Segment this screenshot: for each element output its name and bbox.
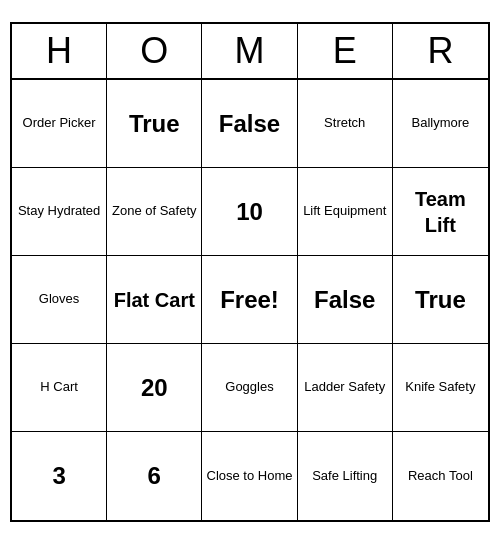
cell-text-10: Gloves [39, 291, 79, 308]
bingo-cell-15[interactable]: H Cart [12, 344, 107, 432]
cell-text-19: Knife Safety [405, 379, 475, 396]
bingo-card: HOMER Order PickerTrueFalseStretchBallym… [10, 22, 490, 522]
bingo-cell-22[interactable]: Close to Home [202, 432, 297, 520]
cell-text-4: Ballymore [411, 115, 469, 132]
cell-text-23: Safe Lifting [312, 468, 377, 485]
cell-text-0: Order Picker [23, 115, 96, 132]
bingo-cell-11[interactable]: Flat Cart [107, 256, 202, 344]
bingo-cell-5[interactable]: Stay Hydrated [12, 168, 107, 256]
cell-text-2: False [219, 108, 280, 139]
cell-text-7: 10 [236, 196, 263, 227]
cell-text-16: 20 [141, 372, 168, 403]
cell-text-14: True [415, 284, 466, 315]
cell-text-3: Stretch [324, 115, 365, 132]
bingo-grid: Order PickerTrueFalseStretchBallymoreSta… [12, 80, 488, 520]
bingo-cell-2[interactable]: False [202, 80, 297, 168]
cell-text-8: Lift Equipment [303, 203, 386, 220]
bingo-cell-23[interactable]: Safe Lifting [298, 432, 393, 520]
bingo-cell-3[interactable]: Stretch [298, 80, 393, 168]
bingo-cell-14[interactable]: True [393, 256, 488, 344]
bingo-cell-9[interactable]: Team Lift [393, 168, 488, 256]
cell-text-9: Team Lift [397, 186, 484, 238]
bingo-cell-7[interactable]: 10 [202, 168, 297, 256]
cell-text-22: Close to Home [207, 468, 293, 485]
bingo-cell-13[interactable]: False [298, 256, 393, 344]
header-row: HOMER [12, 24, 488, 80]
bingo-cell-8[interactable]: Lift Equipment [298, 168, 393, 256]
cell-text-17: Goggles [225, 379, 273, 396]
bingo-cell-19[interactable]: Knife Safety [393, 344, 488, 432]
bingo-cell-1[interactable]: True [107, 80, 202, 168]
header-letter-M: M [202, 24, 297, 78]
cell-text-20: 3 [52, 460, 65, 491]
cell-text-5: Stay Hydrated [18, 203, 100, 220]
bingo-cell-24[interactable]: Reach Tool [393, 432, 488, 520]
cell-text-1: True [129, 108, 180, 139]
header-letter-E: E [298, 24, 393, 78]
cell-text-12: Free! [220, 284, 279, 315]
bingo-cell-17[interactable]: Goggles [202, 344, 297, 432]
bingo-cell-0[interactable]: Order Picker [12, 80, 107, 168]
bingo-cell-18[interactable]: Ladder Safety [298, 344, 393, 432]
cell-text-21: 6 [148, 460, 161, 491]
cell-text-13: False [314, 284, 375, 315]
bingo-cell-6[interactable]: Zone of Safety [107, 168, 202, 256]
bingo-cell-4[interactable]: Ballymore [393, 80, 488, 168]
bingo-cell-12[interactable]: Free! [202, 256, 297, 344]
bingo-cell-16[interactable]: 20 [107, 344, 202, 432]
bingo-cell-10[interactable]: Gloves [12, 256, 107, 344]
cell-text-15: H Cart [40, 379, 78, 396]
cell-text-24: Reach Tool [408, 468, 473, 485]
header-letter-R: R [393, 24, 488, 78]
cell-text-18: Ladder Safety [304, 379, 385, 396]
header-letter-H: H [12, 24, 107, 78]
cell-text-11: Flat Cart [114, 287, 195, 313]
bingo-cell-20[interactable]: 3 [12, 432, 107, 520]
header-letter-O: O [107, 24, 202, 78]
bingo-cell-21[interactable]: 6 [107, 432, 202, 520]
cell-text-6: Zone of Safety [112, 203, 197, 220]
